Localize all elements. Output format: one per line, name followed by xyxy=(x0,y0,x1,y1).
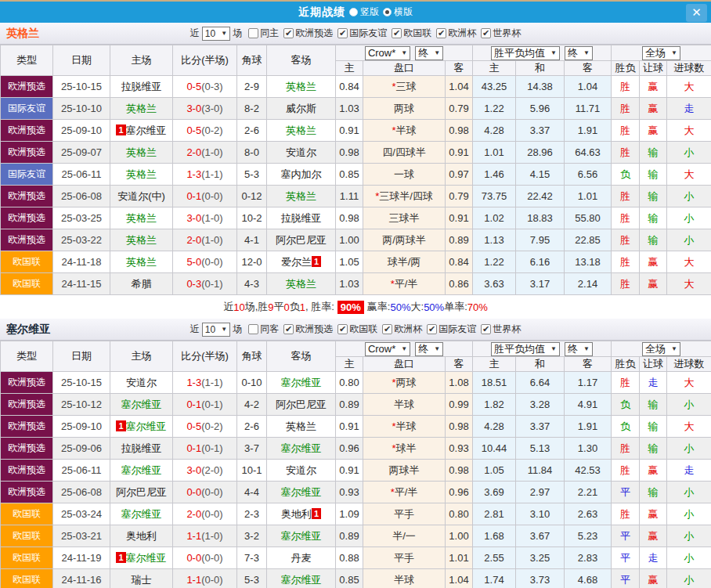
result-goals-text: 小 xyxy=(684,234,695,246)
result-wdl: 胜 xyxy=(612,503,640,525)
away-team-name: 英格兰 xyxy=(286,81,316,92)
handicap: *平/半 xyxy=(363,482,446,503)
result-wdl-text: 胜 xyxy=(620,508,630,520)
avg-away-odds: 13.18 xyxy=(565,251,612,273)
bookmaker-final-select[interactable]: 终▼ xyxy=(415,342,443,356)
corners: 2-6 xyxy=(237,416,267,438)
chevron-down-icon: ▼ xyxy=(401,345,407,352)
home-team: 希腊 xyxy=(110,273,173,295)
league-filter-checkbox[interactable] xyxy=(392,28,402,38)
summary-text: 70% xyxy=(467,301,488,313)
result-goals-text: 小 xyxy=(684,399,695,410)
sub-column-header: 和 xyxy=(516,357,565,372)
close-icon[interactable]: ✕ xyxy=(686,4,707,22)
same-venue-checkbox[interactable] xyxy=(248,28,258,38)
league-filter-checkbox[interactable] xyxy=(427,324,437,334)
avg-final-select[interactable]: 终▼ xyxy=(565,46,593,60)
handicap-text: 两球半 xyxy=(389,464,420,476)
league-filter-checkbox[interactable] xyxy=(283,324,294,334)
handicap-text: 一球 xyxy=(394,168,414,180)
avg-home-odds: 1.01 xyxy=(473,142,516,164)
avg-draw-odds: 3.10 xyxy=(516,503,565,525)
away-team: 阿尔巴尼亚 xyxy=(267,229,336,251)
avg-away-odds: 6.56 xyxy=(565,164,612,186)
handicap-text: 两球 xyxy=(394,103,414,114)
score: 3-0(3-0) xyxy=(173,98,237,120)
result-handicap: 输 xyxy=(640,142,667,164)
radio-icon[interactable] xyxy=(349,8,358,16)
column-header: 类型 xyxy=(1,45,53,76)
horizontal-layout-radio[interactable]: 横版 xyxy=(383,5,413,19)
handicap: 平手 xyxy=(363,503,446,525)
summary-text: 大: xyxy=(411,300,424,314)
handicap-text: 半球 xyxy=(396,124,417,136)
home-team-name: 奥地利 xyxy=(126,530,157,542)
away-team: 安道尔 xyxy=(267,460,336,482)
fulltime-score: 0-1 xyxy=(186,399,201,410)
handicap-text: 球半 xyxy=(396,442,417,454)
recent-count-select[interactable]: 10▼ xyxy=(202,323,230,337)
league-filter-checkbox[interactable] xyxy=(481,324,491,334)
result-wdl: 胜 xyxy=(612,186,640,207)
home-team-name: 塞尔维亚 xyxy=(121,464,162,476)
league-filter-checkbox[interactable] xyxy=(436,28,446,38)
home-team-name: 塞尔维亚 xyxy=(121,508,162,520)
avg-home-odds: 1.68 xyxy=(473,525,516,547)
league-badge: 欧国联 xyxy=(1,503,53,525)
away-team-name: 奥地利 xyxy=(281,508,312,520)
league-filter-checkbox[interactable] xyxy=(382,324,392,334)
score: 1-1(0-0) xyxy=(173,569,237,588)
match-row: 欧国联25-03-21奥地利1-1(1-0)3-2塞尔维亚0.89半/一1.00… xyxy=(1,525,711,547)
recent-count-select[interactable]: 10▼ xyxy=(202,27,230,41)
league-filter-checkbox[interactable] xyxy=(337,324,348,334)
bookmaker-select[interactable]: Crow*▼ xyxy=(365,342,410,356)
date-text: 25-06-08 xyxy=(61,486,102,498)
league-filter-checkbox[interactable] xyxy=(283,28,294,38)
bookmaker-select[interactable]: Crow*▼ xyxy=(365,46,410,60)
result-wdl-text: 胜 xyxy=(620,103,630,114)
league-filter-checkbox[interactable] xyxy=(481,28,491,38)
summary-text: 场,胜 xyxy=(245,300,269,314)
halftime-score: (1-0) xyxy=(201,212,222,224)
result-handicap-text: 赢 xyxy=(648,256,659,268)
match-date: 25-10-15 xyxy=(53,372,110,394)
away-team: 奥地利1 xyxy=(267,503,336,525)
column-header: 比分(半场) xyxy=(173,45,237,76)
away-team: 塞尔维亚 xyxy=(267,482,336,503)
scope-select[interactable]: 全场▼ xyxy=(642,342,680,356)
same-venue-checkbox[interactable] xyxy=(248,324,258,334)
sub-column-header: 胜负 xyxy=(612,61,640,76)
avg-home-odds: 2.55 xyxy=(473,547,516,569)
avg-away-odds: 4.68 xyxy=(565,569,612,588)
halftime-score: (0-0) xyxy=(201,574,222,586)
league-badge: 欧国联 xyxy=(1,547,53,569)
avg-final-select[interactable]: 终▼ xyxy=(565,342,593,356)
match-date: 25-03-24 xyxy=(53,503,110,525)
league-filter-checkbox[interactable] xyxy=(337,28,348,38)
home-team: 阿尔巴尼亚 xyxy=(110,482,173,503)
avg-select[interactable]: 胜平负均值▼ xyxy=(491,342,560,356)
rank-badge: 1 xyxy=(116,124,125,135)
away-team-name: 英格兰 xyxy=(286,420,316,432)
scope-select[interactable]: 全场▼ xyxy=(642,46,680,60)
result-wdl: 平 xyxy=(612,525,640,547)
crow-away-odds: 1.01 xyxy=(446,547,473,569)
result-handicap: 输 xyxy=(640,394,667,416)
score: 2-0(0-0) xyxy=(173,503,237,525)
chevron-down-icon: ▼ xyxy=(221,326,227,333)
avg-select[interactable]: 胜平负均值▼ xyxy=(491,46,560,60)
league-badge: 国际友谊 xyxy=(1,164,53,186)
league-badge: 国际友谊 xyxy=(1,98,53,120)
halftime-score: (0-1) xyxy=(201,399,222,410)
league-filter-label: 国际友谊 xyxy=(439,323,476,336)
vertical-layout-radio[interactable]: 竖版 xyxy=(349,5,379,19)
result-wdl: 负 xyxy=(612,164,640,186)
avg-final-select-value: 终 xyxy=(568,46,578,60)
home-team-name: 英格兰 xyxy=(126,146,157,158)
corners: 10-1 xyxy=(237,460,267,482)
radio-selected-icon[interactable] xyxy=(383,8,392,16)
bookmaker-final-select[interactable]: 终▼ xyxy=(415,46,443,60)
handicap-text: 两/两球半 xyxy=(382,234,426,246)
avg-away-odds: 22.85 xyxy=(565,229,612,251)
avg-home-odds: 1.22 xyxy=(473,251,516,273)
